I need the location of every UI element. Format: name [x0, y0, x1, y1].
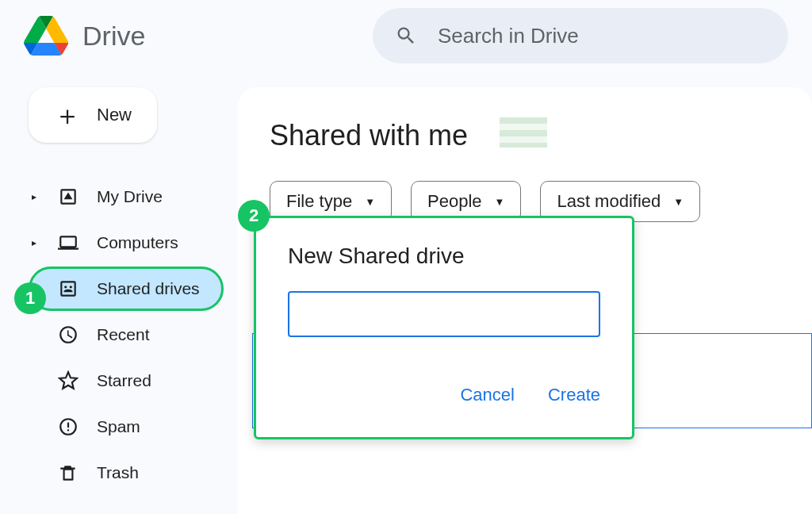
drive-icon	[57, 186, 79, 207]
starred-icon	[57, 370, 79, 391]
spam-icon	[57, 416, 79, 437]
svg-rect-4	[67, 429, 69, 431]
new-button-label: New	[97, 105, 132, 125]
drive-logo-icon	[24, 16, 68, 56]
caret-icon: ▸	[29, 237, 40, 248]
chevron-down-icon: ▼	[365, 196, 375, 208]
shared-drives-icon	[57, 278, 79, 299]
annotation-badge-1: 1	[14, 282, 46, 314]
svg-point-1	[70, 286, 72, 288]
sidebar-item-spam[interactable]: Spam	[29, 405, 224, 449]
filter-label: People	[427, 191, 482, 212]
annotation-badge-2: 2	[238, 200, 270, 232]
sidebar-item-computers[interactable]: ▸ Computers	[29, 221, 224, 265]
sidebar-item-my-drive[interactable]: ▸ My Drive	[29, 175, 224, 219]
chevron-down-icon: ▼	[495, 196, 505, 208]
new-shared-drive-dialog: New Shared drive Cancel Create	[254, 216, 634, 439]
app-logo-area: Drive	[24, 16, 373, 56]
svg-rect-3	[67, 423, 69, 428]
sidebar-item-label: Starred	[97, 371, 151, 390]
search-icon	[395, 25, 417, 47]
search-placeholder: Search in Drive	[438, 24, 579, 48]
app-name: Drive	[82, 21, 145, 52]
sidebar-item-label: Computers	[97, 233, 178, 252]
search-input[interactable]: Search in Drive	[373, 8, 788, 63]
dialog-title: New Shared drive	[288, 244, 600, 269]
sidebar-item-label: Trash	[97, 463, 139, 482]
computers-icon	[57, 232, 79, 253]
cancel-button[interactable]: Cancel	[460, 385, 514, 405]
sidebar-item-label: My Drive	[97, 187, 163, 206]
sidebar-item-label: Recent	[97, 325, 150, 344]
filter-label: Last modified	[557, 191, 661, 212]
sidebar-item-recent[interactable]: Recent	[29, 313, 224, 357]
new-button[interactable]: ＋ New	[29, 87, 157, 143]
spreadsheet-thumbnail-hint	[500, 117, 547, 148]
sidebar-item-label: Shared drives	[97, 279, 200, 298]
filter-label: File type	[286, 191, 352, 212]
sidebar-item-starred[interactable]: Starred	[29, 359, 224, 403]
chevron-down-icon: ▼	[673, 196, 684, 208]
trash-icon	[57, 462, 79, 483]
sidebar-item-label: Spam	[97, 417, 140, 436]
create-button[interactable]: Create	[548, 385, 600, 405]
sidebar-item-trash[interactable]: Trash	[29, 451, 224, 495]
recent-icon	[57, 324, 79, 345]
sidebar-item-shared-drives[interactable]: Shared drives	[29, 267, 224, 311]
svg-point-0	[64, 286, 67, 288]
shared-drive-name-input[interactable]	[288, 291, 600, 337]
caret-icon: ▸	[29, 191, 40, 202]
